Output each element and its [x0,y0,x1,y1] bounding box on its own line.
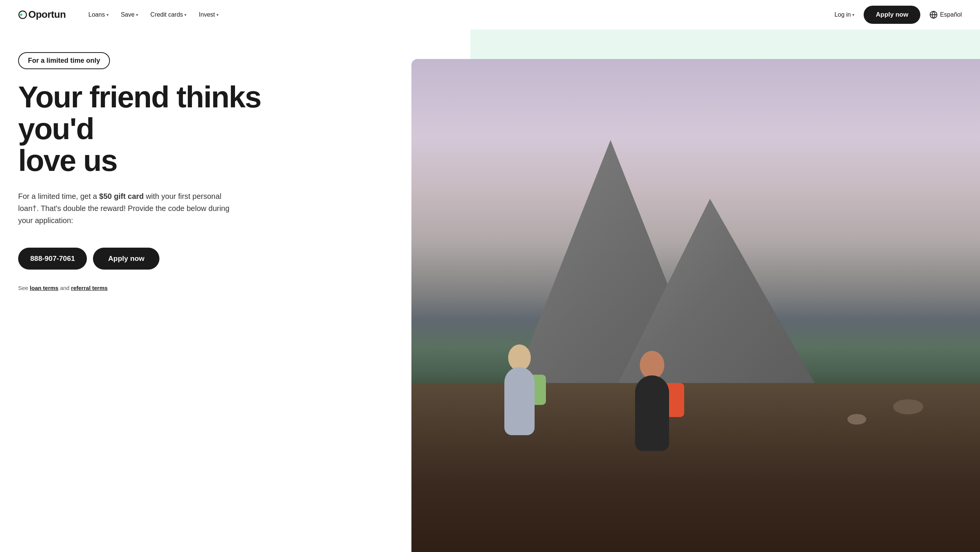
woman-body [504,367,535,435]
hero-section: For a limited time only Your friend thin… [0,29,980,552]
rock-1 [893,399,923,414]
globe-icon [929,11,938,19]
nav-credit-cards[interactable]: Credit cards ▾ [146,8,191,21]
loans-chevron-icon: ▾ [107,13,109,18]
person-woman [497,337,542,435]
hero-image [411,59,980,552]
nav-links: Loans ▾ Save ▾ Credit cards ▾ Invest ▾ [84,8,835,21]
save-chevron-icon: ▾ [136,13,138,18]
hero-subtext: For a limited time, get a $50 gift card … [18,190,230,227]
credit-cards-chevron-icon: ▾ [185,13,187,18]
nav-invest[interactable]: Invest ▾ [194,8,223,21]
language-selector[interactable]: Español [929,11,962,19]
invest-chevron-icon: ▾ [216,13,219,18]
hero-buttons: 888-907-7061 Apply now [18,248,275,270]
nav-save[interactable]: Save ▾ [116,8,143,21]
man-head [640,351,665,379]
couple-scene [411,59,980,552]
man-body [635,375,669,451]
phone-button[interactable]: 888-907-7061 [18,248,87,270]
nav-right: Log in ▾ Apply now Español [835,6,962,24]
svg-point-1 [20,14,22,16]
hero-headline: Your friend thinks you'd love us [18,81,275,177]
logo-text: Oportun [18,9,66,21]
logo[interactable]: Oportun [18,9,66,21]
referral-terms-link[interactable]: referral terms [71,285,108,291]
navigation: Oportun Loans ▾ Save ▾ Credit cards ▾ In… [0,0,980,29]
nav-apply-button[interactable]: Apply now [864,6,920,24]
hero-footnote: See loan terms and referral terms [18,285,275,291]
person-man [627,341,677,451]
login-button[interactable]: Log in ▾ [835,11,855,18]
login-chevron-icon: ▾ [852,13,854,18]
loan-terms-link[interactable]: loan terms [30,285,59,291]
nav-loans[interactable]: Loans ▾ [84,8,113,21]
promo-badge: For a limited time only [18,52,110,69]
hero-content: For a limited time only Your friend thin… [18,45,275,291]
hero-apply-button[interactable]: Apply now [93,248,159,270]
